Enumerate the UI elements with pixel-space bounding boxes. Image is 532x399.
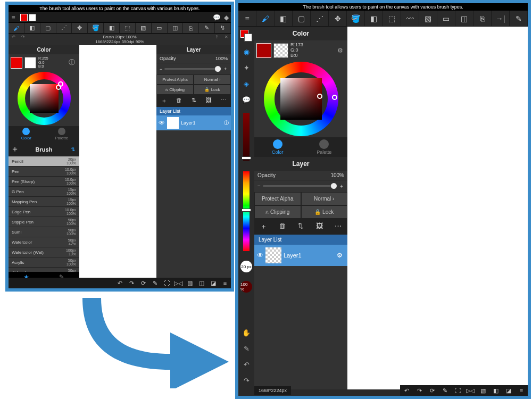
fit-icon[interactable]: ⛶ bbox=[161, 278, 172, 288]
brush-tool-icon[interactable]: 🖌 bbox=[9, 23, 24, 33]
frame-tool-icon[interactable]: ◫ bbox=[455, 11, 473, 26]
ref-tool-icon[interactable]: ⎘ bbox=[183, 23, 199, 33]
undo-icon[interactable]: ↶ bbox=[240, 359, 252, 370]
text-tool-icon[interactable]: ▭ bbox=[437, 11, 455, 26]
brush-row[interactable]: Sumi50px100% bbox=[9, 227, 79, 237]
brush-row[interactable]: Acrylic50px100% bbox=[9, 257, 79, 268]
slider-plus-icon[interactable]: ＋ bbox=[339, 182, 344, 190]
gradient-tool-icon[interactable]: ◧ bbox=[365, 11, 383, 26]
ref-tool-icon[interactable]: ⎘ bbox=[473, 11, 492, 26]
undo2-icon[interactable]: ↶ bbox=[114, 278, 126, 288]
opacity-slider[interactable] bbox=[164, 68, 221, 70]
gradient-tool-icon[interactable]: ◧ bbox=[104, 23, 120, 33]
flip-icon[interactable]: ▷◁ bbox=[464, 385, 477, 396]
select-rect-icon[interactable]: ⬚ bbox=[120, 23, 136, 33]
brush-opacity-button[interactable]: 100 % bbox=[240, 281, 252, 293]
more-layer-icon[interactable]: ⋯ bbox=[216, 95, 231, 107]
sv-cursor[interactable] bbox=[56, 85, 61, 90]
color-panel-toggle-icon[interactable]: ◉ bbox=[240, 46, 252, 57]
brush-row[interactable]: Watercolor (Wet)100px10% bbox=[9, 247, 79, 257]
wand-tool-icon[interactable]: ✎ bbox=[510, 11, 528, 26]
hand-tool-icon[interactable]: ✋ bbox=[240, 327, 252, 338]
brush-row[interactable]: Pen10.0px100% bbox=[9, 167, 79, 177]
undo2-icon[interactable]: ↶ bbox=[400, 385, 413, 396]
brush-row[interactable]: Pencil20px100% bbox=[9, 156, 79, 167]
select-rect-icon[interactable]: ⬚ bbox=[383, 11, 401, 26]
primary-color-swatch[interactable] bbox=[256, 43, 271, 58]
canvas[interactable] bbox=[347, 27, 528, 389]
move-tool-icon[interactable]: ✥ bbox=[72, 23, 88, 33]
redo2-icon[interactable]: ↷ bbox=[126, 278, 137, 288]
more-layer-icon[interactable]: ⋯ bbox=[329, 219, 347, 235]
fill-tool-icon[interactable]: 🪣 bbox=[347, 11, 365, 26]
material-icon[interactable]: ◪ bbox=[502, 385, 515, 396]
slider-minus-icon[interactable]: − bbox=[257, 183, 261, 189]
color-square[interactable] bbox=[30, 84, 59, 113]
fill-tool-icon[interactable]: 🪣 bbox=[88, 23, 104, 33]
reorder-layer-icon[interactable]: ⇅ bbox=[292, 219, 310, 235]
shape-tool-icon[interactable]: ▢ bbox=[293, 11, 311, 26]
info-icon[interactable]: ⓘ bbox=[69, 58, 77, 67]
color-wheel[interactable] bbox=[264, 62, 338, 136]
menu2-icon[interactable]: ≡ bbox=[219, 278, 231, 288]
redo-icon[interactable]: ↷ bbox=[240, 375, 252, 386]
menu-icon[interactable]: ≡ bbox=[9, 13, 18, 22]
frame-tool-icon[interactable]: ◫ bbox=[168, 23, 184, 33]
brush-row[interactable]: Stipple Pen50px100% bbox=[9, 217, 79, 227]
dots-tool-icon[interactable]: ⋰ bbox=[311, 11, 329, 26]
grid-icon[interactable]: ▧ bbox=[477, 385, 489, 396]
foreground-swatch[interactable] bbox=[20, 14, 28, 21]
sv-cursor[interactable] bbox=[317, 94, 322, 99]
clipping-button[interactable]: ⎌ Clipping bbox=[254, 205, 301, 219]
filter-tool-icon[interactable]: ▧ bbox=[419, 11, 437, 26]
reorder-layer-icon[interactable]: ⇅ bbox=[186, 95, 201, 107]
redo-icon[interactable]: ↷ bbox=[18, 35, 28, 44]
visibility-icon[interactable]: 👁 bbox=[159, 119, 165, 127]
brush-tool-icon[interactable]: 🖌 bbox=[256, 11, 275, 26]
brush-sort-icon[interactable]: ⇅ bbox=[69, 146, 77, 152]
eyedrop2-icon[interactable]: ✎ bbox=[438, 385, 451, 396]
secondary-color-swatch[interactable] bbox=[273, 43, 288, 58]
background-swatch[interactable] bbox=[29, 14, 36, 21]
color-swatches[interactable] bbox=[240, 30, 252, 41]
eraser-tool-icon[interactable]: ◧ bbox=[24, 23, 40, 33]
gear-icon[interactable]: ⚙ bbox=[337, 47, 345, 54]
layers-icon[interactable]: ◆ bbox=[221, 13, 231, 22]
brush-size-button[interactable]: 20 px bbox=[240, 261, 252, 272]
color-square[interactable] bbox=[280, 78, 322, 120]
visibility-icon[interactable]: 👁 bbox=[257, 252, 263, 259]
lasso-icon[interactable]: 〰 bbox=[401, 11, 419, 26]
tab-color[interactable]: Color bbox=[254, 137, 301, 157]
slider-minus-icon[interactable]: − bbox=[160, 66, 162, 72]
tab-palette[interactable]: Palette bbox=[44, 126, 80, 142]
delete-layer-icon[interactable]: 🗑 bbox=[273, 219, 292, 235]
layers-panel-toggle-icon[interactable]: ◈ bbox=[240, 78, 252, 89]
primary-color-swatch[interactable] bbox=[11, 57, 22, 69]
color-swatches[interactable] bbox=[18, 14, 38, 21]
dots-tool-icon[interactable]: ⋰ bbox=[56, 23, 72, 33]
brush-row[interactable]: Mapping Pen15px100% bbox=[9, 197, 79, 207]
duplicate-layer-icon[interactable]: 🖼 bbox=[201, 95, 216, 107]
lock-button[interactable]: 🔒 Lock bbox=[301, 205, 348, 219]
export-icon[interactable]: ⇪ bbox=[212, 35, 221, 44]
anchor-tool-icon[interactable]: →| bbox=[492, 11, 510, 26]
canvas[interactable] bbox=[79, 45, 156, 286]
color-wheel[interactable] bbox=[18, 72, 71, 125]
protect-alpha-button[interactable]: Protect Alpha bbox=[156, 74, 194, 85]
eyedrop-tool-icon[interactable]: ↯ bbox=[215, 23, 231, 33]
wand-tool-icon[interactable]: ✎ bbox=[199, 23, 215, 33]
flip-icon[interactable]: ▷◁ bbox=[172, 278, 184, 288]
filter-tool-icon[interactable]: ▧ bbox=[136, 23, 152, 33]
menu2-icon[interactable]: ≡ bbox=[515, 385, 528, 396]
move-tool-icon[interactable]: ✥ bbox=[329, 11, 347, 26]
layer-gear-icon[interactable]: ⚙ bbox=[337, 252, 345, 259]
layer-item[interactable]: 👁 Layer1 ⓘ bbox=[156, 115, 231, 130]
duplicate-layer-icon[interactable]: 🖼 bbox=[310, 219, 329, 235]
brush-panel-toggle-icon[interactable]: ✦ bbox=[240, 62, 252, 73]
opacity-slider[interactable] bbox=[263, 185, 337, 187]
eyedrop2-icon[interactable]: ✎ bbox=[149, 278, 161, 288]
blend-mode-button[interactable]: Normal › bbox=[194, 74, 231, 85]
brush-row[interactable]: Watercolor50px42% bbox=[9, 237, 79, 247]
brush-size-slider[interactable] bbox=[243, 113, 250, 161]
brush-row[interactable]: Airbrush50px20% bbox=[9, 268, 79, 272]
